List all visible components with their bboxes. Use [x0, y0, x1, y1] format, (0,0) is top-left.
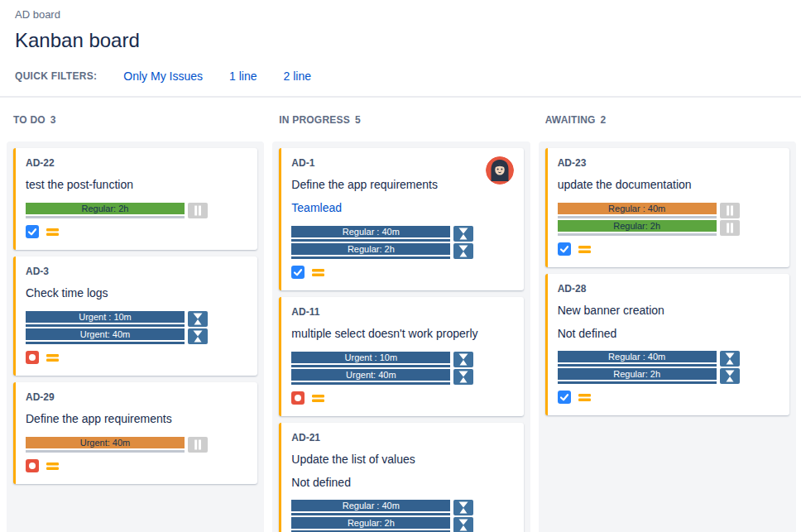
time-bar-row: Regular : 40m [291, 500, 513, 515]
card-ad-3[interactable]: AD-3Check time logsUrgent : 10mUrgent: 4… [13, 256, 257, 376]
hourglass-icon[interactable] [453, 517, 473, 532]
time-bars: Urgent : 10mUrgent: 40m [291, 352, 513, 385]
task-icon [26, 225, 39, 242]
breadcrumb[interactable]: AD board [15, 7, 60, 22]
issue-key: AD-22 [26, 156, 247, 170]
issue-title: multiple select doesn't work properly [291, 326, 513, 341]
time-bar-wrap: Regular: 2h [291, 243, 450, 259]
column-to-do: AD-22test the post-functionRegular: 2hAD… [7, 141, 264, 532]
pause-icon[interactable] [188, 437, 208, 453]
hourglass-icon[interactable] [453, 243, 473, 259]
hourglass-icon[interactable] [453, 500, 473, 515]
time-bar-label: Regular: 2h [348, 243, 395, 255]
time-bars: Urgent : 10mUrgent: 40m [26, 311, 247, 344]
time-bar-label: Regular: 2h [348, 517, 395, 529]
time-bar-row: Regular: 2h [291, 517, 513, 532]
time-bar-track [558, 233, 717, 236]
hourglass-icon[interactable] [453, 369, 473, 385]
time-bar-wrap: Urgent : 10m [291, 352, 450, 367]
columns-row: AD-22test the post-functionRegular: 2hAD… [7, 141, 796, 532]
time-bar-label: Urgent: 40m [346, 369, 396, 381]
time-bar: Regular : 40m [558, 203, 717, 214]
filter-2-line[interactable]: 2 line [283, 69, 310, 83]
time-bar-row: Regular: 2h [291, 243, 513, 259]
column-header-to-do: TO DO3 [7, 114, 264, 126]
time-bar: Regular: 2h [291, 243, 450, 255]
time-bar-row: Urgent : 10m [26, 311, 247, 327]
time-bar: Regular: 2h [558, 220, 717, 232]
time-bars: Regular: 2h [26, 203, 247, 218]
pause-icon[interactable] [720, 203, 740, 218]
hourglass-icon[interactable] [188, 328, 208, 344]
time-bar-track [291, 513, 450, 515]
time-bar-label: Regular: 2h [613, 220, 660, 232]
pause-icon[interactable] [188, 203, 208, 218]
quick-filters-label: QUICK FILTERS: [15, 70, 97, 82]
time-bar-wrap: Urgent: 40m [26, 328, 185, 344]
time-bar-row: Regular : 40m [558, 351, 779, 367]
time-bar-label: Regular : 40m [608, 203, 665, 214]
time-bar-label: Urgent : 10m [345, 352, 398, 363]
pause-icon[interactable] [720, 220, 740, 236]
time-bar-track [26, 450, 185, 453]
hourglass-icon[interactable] [720, 351, 740, 367]
time-bar: Regular : 40m [291, 500, 450, 511]
time-bar-track [291, 256, 450, 259]
time-bar: Regular: 2h [26, 203, 185, 214]
time-bar-row: Regular: 2h [558, 220, 779, 236]
filter-1-line[interactable]: 1 line [229, 69, 257, 83]
issue-key: AD-3 [26, 265, 247, 278]
hourglass-icon[interactable] [188, 311, 208, 327]
time-bar-row: Urgent: 40m [291, 369, 513, 385]
card-meta-icons [291, 393, 513, 406]
time-bar-wrap: Regular : 40m [558, 351, 717, 367]
time-bar-label: Regular : 40m [343, 500, 400, 511]
time-bar-label: Regular: 2h [82, 203, 129, 214]
user-avatar[interactable] [486, 156, 514, 185]
time-bar-wrap: Urgent: 40m [291, 369, 450, 385]
time-bar-row: Urgent: 40m [26, 437, 247, 453]
time-bar-wrap: Regular : 40m [291, 500, 450, 515]
bug-icon [291, 391, 305, 408]
issue-key: AD-11 [291, 305, 513, 319]
card-meta-icons [26, 227, 247, 240]
time-bar-track [291, 239, 450, 242]
card-ad-29[interactable]: AD-29Define the app requirementsUrgent: … [13, 382, 257, 484]
column-in-progress: AD-1Define the app requirementsTeamleadR… [272, 141, 530, 532]
hourglass-icon[interactable] [453, 352, 473, 367]
card-ad-11[interactable]: AD-11multiple select doesn't work proper… [279, 297, 523, 416]
issue-title: New banner creation [558, 303, 779, 318]
time-bar-wrap: Urgent : 10m [26, 311, 185, 327]
teamlead-link[interactable]: Teamlead [291, 201, 342, 214]
medium-priority-icon [578, 243, 592, 258]
time-bars: Urgent: 40m [26, 437, 247, 453]
time-bar-track [558, 381, 717, 384]
task-icon [291, 266, 305, 282]
issue-title: Define the app requirements [26, 411, 247, 426]
column-name: AWAITING [545, 114, 596, 126]
column-awaiting: AD-23update the documentationRegular : 4… [539, 141, 796, 532]
medium-priority-icon [46, 352, 60, 367]
time-bar-label: Regular : 40m [343, 226, 400, 237]
quick-filters: QUICK FILTERS: Only My Issues 1 line 2 l… [15, 68, 781, 84]
card-ad-28[interactable]: AD-28New banner creationNot definedRegul… [545, 274, 789, 415]
card-ad-22[interactable]: AD-22test the post-functionRegular: 2h [13, 148, 257, 250]
medium-priority-icon [311, 266, 325, 281]
time-bar: Regular: 2h [291, 517, 450, 529]
time-bar: Urgent: 40m [26, 328, 185, 340]
column-count: 2 [601, 114, 607, 126]
hourglass-icon[interactable] [720, 368, 740, 384]
time-bar-wrap: Regular: 2h [558, 368, 717, 384]
hourglass-icon[interactable] [453, 226, 473, 242]
time-bar-wrap: Regular: 2h [558, 220, 717, 236]
card-ad-23[interactable]: AD-23update the documentationRegular : 4… [545, 148, 789, 267]
filter-only-my-issues[interactable]: Only My Issues [123, 69, 203, 83]
card-meta-icons [558, 244, 779, 257]
card-ad-21[interactable]: AD-21Update the list of valuesNot define… [279, 423, 523, 532]
card-ad-1[interactable]: AD-1Define the app requirementsTeamleadR… [279, 148, 523, 290]
card-meta-icons [558, 392, 779, 405]
issue-key: AD-21 [291, 431, 513, 444]
not-defined-label: Not defined [291, 476, 513, 489]
card-meta-icons [26, 461, 247, 474]
issue-title: update the documentation [558, 177, 779, 192]
